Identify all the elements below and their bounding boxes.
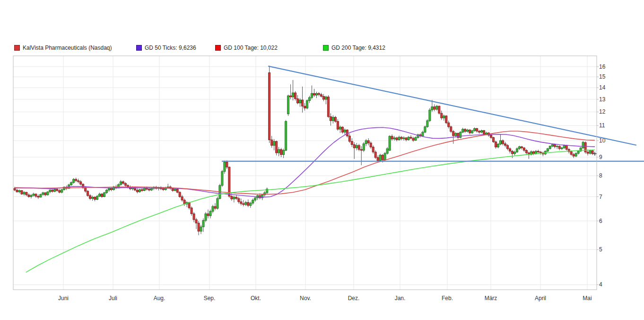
candle-body	[547, 149, 548, 151]
candle-body	[106, 190, 108, 193]
y-axis-label: 15	[599, 73, 606, 80]
candle-body	[592, 151, 593, 153]
candle-body	[245, 203, 247, 204]
candle-body	[136, 190, 138, 192]
candle-body	[183, 200, 185, 204]
candle-body	[124, 183, 126, 185]
y-axis-label: 9	[599, 154, 602, 160]
candle-body	[73, 179, 75, 183]
y-axis-label: 5	[599, 246, 602, 253]
y-axis-label: 16	[599, 63, 606, 70]
candle-body	[276, 142, 278, 153]
candle-body	[506, 145, 508, 149]
candle-body	[382, 155, 383, 160]
candle-body	[436, 106, 438, 109]
candle-body	[351, 142, 353, 145]
candle-body	[460, 132, 461, 137]
candle-body	[181, 197, 183, 200]
candle-body	[108, 188, 110, 190]
candle-body	[589, 151, 591, 153]
candle-body	[334, 117, 336, 122]
candle-body	[360, 150, 362, 151]
candle-body	[348, 136, 350, 141]
candle-body	[302, 100, 304, 106]
y-axis-label: 7	[599, 194, 602, 200]
candle-body	[287, 96, 289, 114]
candle-body	[391, 136, 393, 139]
candle-body	[40, 195, 42, 197]
candle-body	[471, 131, 473, 133]
candle-body	[56, 189, 58, 191]
candle-body	[384, 153, 386, 160]
candle-body	[353, 144, 355, 148]
candle-body	[476, 128, 478, 131]
candle-body	[42, 193, 44, 195]
candle-body	[537, 151, 539, 152]
candle-body	[410, 137, 412, 138]
candle-body	[193, 214, 195, 220]
candle-body	[525, 151, 527, 153]
y-axis-label: 4	[599, 281, 602, 288]
candle-body	[139, 190, 140, 192]
y-axis-label: 12	[599, 108, 606, 115]
candle-body	[422, 132, 424, 136]
candle-body	[426, 121, 428, 127]
candle-body	[424, 127, 426, 132]
candle-body	[393, 138, 395, 139]
candle-body	[37, 196, 39, 197]
candle-body	[70, 183, 72, 185]
candle-body	[570, 151, 572, 154]
candle-body	[438, 106, 440, 113]
candle-body	[89, 196, 91, 198]
candle-body	[441, 113, 443, 118]
candle-body	[318, 93, 320, 94]
x-axis-label: Juni	[58, 295, 69, 302]
candle-body	[240, 202, 242, 204]
candle-body	[575, 153, 577, 156]
candle-body	[217, 198, 218, 208]
candle-body	[431, 107, 433, 110]
candle-body	[523, 148, 525, 150]
candle-body	[521, 147, 522, 148]
candle-body	[322, 97, 324, 99]
candle-body	[469, 130, 471, 133]
candle-body	[214, 206, 216, 208]
candle-body	[511, 151, 513, 153]
candle-body	[198, 223, 200, 231]
candle-body	[75, 179, 77, 181]
candle-body	[554, 144, 556, 146]
candle-body	[563, 145, 565, 148]
candle-body	[162, 189, 164, 190]
candle-body	[96, 196, 98, 200]
candle-body	[30, 196, 32, 197]
candle-body	[483, 131, 485, 134]
candle-body	[252, 200, 254, 203]
candle-body	[295, 93, 296, 98]
candle-body	[556, 146, 558, 147]
candle-body	[573, 154, 574, 156]
candle-body	[403, 138, 405, 139]
candle-body	[464, 129, 466, 132]
candle-body	[337, 121, 339, 129]
candle-body	[549, 146, 551, 149]
candle-body	[327, 97, 329, 117]
x-axis-label: Nov.	[300, 295, 311, 302]
chart-page: KalVista Pharmaceuticals (Nasdaq) GD 50 …	[0, 0, 644, 320]
candle-body	[396, 138, 398, 140]
candle-body	[231, 196, 233, 199]
candle-body	[398, 137, 400, 140]
candle-body	[16, 190, 18, 192]
y-axis-label: 13	[599, 96, 606, 103]
candle-body	[226, 162, 228, 167]
candle-body	[582, 142, 584, 148]
candle-body	[509, 149, 511, 151]
ma-line-gd200	[26, 150, 595, 273]
candle-body	[535, 151, 537, 153]
x-axis-label: Jan.	[395, 295, 406, 302]
candle-body	[82, 184, 84, 187]
candle-body	[87, 191, 89, 196]
candle-body	[346, 130, 348, 136]
candle-body	[23, 192, 25, 194]
candle-body	[434, 107, 435, 109]
candle-body	[243, 204, 244, 204]
